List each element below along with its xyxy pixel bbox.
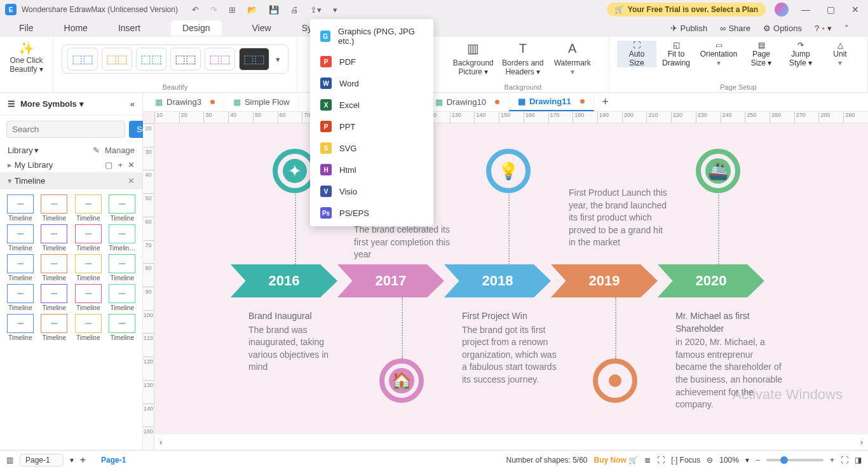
background-picture-button[interactable]: ▥BackgroundPicture ▾ <box>449 41 498 76</box>
trial-banner[interactable]: 🛒Your Free Trial is over. Select a Plan <box>607 3 766 17</box>
theme-swatch[interactable]: ⬚⬚ <box>170 48 201 71</box>
add-tab-button[interactable]: + <box>598 95 613 110</box>
menu-file[interactable]: File <box>19 23 34 33</box>
redo-icon[interactable]: ↷ <box>210 5 217 15</box>
more-qat-icon[interactable]: ▾ <box>333 5 337 15</box>
borders-headers-button[interactable]: TBorders andHeaders ▾ <box>498 41 548 76</box>
search-input[interactable] <box>6 121 125 138</box>
export-ppt[interactable]: PPPT <box>310 116 433 137</box>
symbol-item[interactable]: ╍╍Timeline <box>4 284 37 311</box>
text-2016[interactable]: Brand InauguralThe brand was inaugurated… <box>248 310 350 374</box>
symbol-item[interactable]: ╍╍Timeline <box>106 284 139 311</box>
close-lib-icon[interactable]: ✕ <box>128 160 135 170</box>
library-row[interactable]: Library▾✎Manage <box>0 143 142 158</box>
avatar[interactable] <box>775 3 789 17</box>
theme-swatch[interactable]: ⬚⬚ <box>102 48 132 71</box>
symbol-item[interactable]: ╍╍Timeline <box>38 224 71 252</box>
open-icon[interactable]: 📂 <box>247 5 257 15</box>
options-button[interactable]: ⚙Options <box>763 24 802 33</box>
export-word[interactable]: WWord <box>310 72 433 94</box>
symbol-item[interactable]: ╍╍Timeline <box>72 284 105 311</box>
theme-swatch[interactable]: ⬚⬚ <box>136 48 166 71</box>
print-icon[interactable]: 🖨 <box>290 5 299 15</box>
fit-to-drawing-button[interactable]: ◱Fit toDrawing <box>656 41 696 67</box>
theme-swatch[interactable]: ⬚⬚ <box>205 48 235 71</box>
symbol-item[interactable]: ╍╍Timeline <box>72 194 105 222</box>
add-lib-icon[interactable]: + <box>118 160 123 170</box>
timeline-icon-2020[interactable]: 🚢 <box>696 149 740 193</box>
timeline-icon-2019[interactable] <box>593 358 637 403</box>
text-2019[interactable]: First Product Launch this year, the bran… <box>569 187 670 249</box>
add-page-button[interactable]: + <box>80 454 86 466</box>
symbol-item[interactable]: ╍╍Timeline <box>4 254 37 282</box>
year-2017[interactable]: 2017 <box>337 264 444 297</box>
timeline-icon-2017[interactable]: 🏠 <box>379 358 424 403</box>
theme-swatch[interactable]: ⬚⬚ <box>239 48 269 71</box>
properties-panel-icon[interactable]: ◨ <box>855 456 862 465</box>
zoom-plus[interactable]: + <box>830 456 834 465</box>
page-tab[interactable]: Page-1 <box>101 456 126 465</box>
symbol-item[interactable]: ╍╍Timelin… <box>106 224 139 252</box>
symbol-item[interactable]: ╍╍Timeline <box>106 194 139 222</box>
new-icon[interactable]: ⊞ <box>229 5 236 15</box>
minimize-button[interactable]: — <box>797 3 814 16</box>
share-button[interactable]: ∞Share <box>720 24 750 33</box>
menu-design[interactable]: Design <box>171 20 222 36</box>
text-2017[interactable]: The brand celebrated its first year comp… <box>354 224 456 261</box>
zoom-slider[interactable] <box>766 459 824 461</box>
menu-insert[interactable]: Insert <box>118 23 140 33</box>
export-visio[interactable]: VVisio <box>310 180 433 202</box>
year-2016[interactable]: 2016 <box>231 264 337 297</box>
page-dropdown-icon[interactable]: ▾ <box>70 456 74 465</box>
fullscreen-icon[interactable]: ⛶ <box>657 456 665 465</box>
zoom-minus[interactable]: − <box>756 456 760 465</box>
export-icon[interactable]: ⇪▾ <box>310 5 322 15</box>
palette-left-icon[interactable]: ‹ <box>157 437 165 447</box>
symbol-item[interactable]: ╍╍Timeline <box>106 314 139 341</box>
symbol-item[interactable]: ╍╍Timeline <box>4 314 37 341</box>
layers-icon[interactable]: ≣ <box>644 456 651 465</box>
open-lib-icon[interactable]: ▢ <box>105 160 112 170</box>
export-html[interactable]: HHtml <box>310 159 433 180</box>
gallery-expand-icon[interactable]: ▾ <box>273 55 283 64</box>
doc-tab[interactable]: ▦Drawing11 <box>509 93 594 111</box>
export-svg[interactable]: SSVG <box>310 137 433 159</box>
close-button[interactable]: ✕ <box>848 3 863 16</box>
timeline-accordion[interactable]: ▾ Timeline✕ <box>0 172 142 189</box>
undo-icon[interactable]: ↶ <box>192 5 199 15</box>
help-button[interactable]: ?● ▾ <box>815 24 832 33</box>
fit-page-icon[interactable]: ⛶ <box>841 456 848 465</box>
buy-now-link[interactable]: Buy Now 🛒 <box>594 456 639 465</box>
symbol-item[interactable]: ╍╍Timeline <box>4 224 37 252</box>
symbol-item[interactable]: ╍╍Timeline <box>72 254 105 282</box>
one-click-beautify-button[interactable]: ✨ One Click Beautify ▾ <box>6 41 48 74</box>
doc-tab[interactable]: ▦Drawing3 <box>146 93 224 111</box>
jump-style-button[interactable]: ↷JumpStyle ▾ <box>781 41 820 67</box>
collapse-panel-button[interactable]: « <box>130 99 135 109</box>
orientation-button[interactable]: ▭Orientation▾ <box>696 41 742 67</box>
menu-home[interactable]: Home <box>64 23 88 33</box>
auto-size-button[interactable]: ⛶AutoSize <box>617 41 656 67</box>
palette-right-icon[interactable]: › <box>858 437 865 447</box>
year-2020[interactable]: 2020 <box>658 264 764 297</box>
menu-view[interactable]: View <box>252 23 271 33</box>
page-size-button[interactable]: ▤PageSize ▾ <box>742 41 781 67</box>
page-selector[interactable]: Page-1 <box>20 454 64 466</box>
text-2018[interactable]: First Project WinThe brand got its first… <box>462 310 564 386</box>
mylibrary-row[interactable]: ▸ My Library▢+✕ <box>0 158 142 172</box>
symbol-item[interactable]: ╍╍Timeline <box>106 254 139 282</box>
export-pdf[interactable]: PPDF <box>310 51 433 72</box>
symbol-item[interactable]: ╍╍Timeline <box>38 314 71 341</box>
focus-button[interactable]: [·] Focus <box>671 456 700 465</box>
unit-button[interactable]: △Unit▾ <box>820 41 860 67</box>
doc-tab[interactable]: ▦Simple Flow <box>224 93 299 111</box>
timeline-icon-2018[interactable]: 💡 <box>486 149 531 193</box>
maximize-button[interactable]: ▢ <box>823 3 839 16</box>
year-2018[interactable]: 2018 <box>444 264 551 297</box>
symbol-item[interactable]: ╍╍Timeline <box>72 224 105 252</box>
export-pseps[interactable]: PsPS/EPS <box>310 202 433 224</box>
symbol-item[interactable]: ╍╍Timeline <box>38 284 71 311</box>
theme-gallery[interactable]: ⬚⬚ ⬚⬚ ⬚⬚ ⬚⬚ ⬚⬚ ⬚⬚ ▾ <box>62 44 288 74</box>
save-icon[interactable]: 💾 <box>269 5 279 15</box>
doc-tab[interactable]: ▦Drawing10 <box>426 93 509 111</box>
